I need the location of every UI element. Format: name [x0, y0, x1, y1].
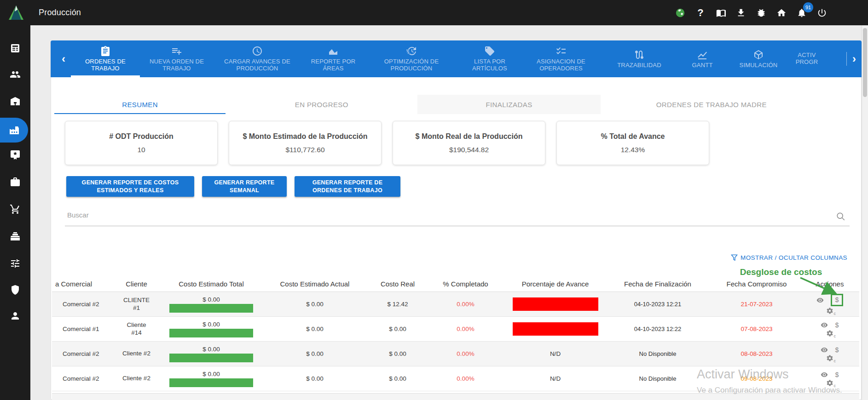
- clipboard-icon: [100, 46, 111, 57]
- estimated-cost-bar: [169, 329, 253, 337]
- tab-reporte-por-areas[interactable]: REPORTE POR ÁREAS: [301, 40, 365, 77]
- sliders-icon: [10, 258, 21, 269]
- cost-breakdown-button[interactable]: $: [835, 371, 839, 378]
- summary-cards: # ODT Producción 10 $ Monto Estimado de …: [65, 121, 709, 165]
- table-row[interactable]: Comercial #1 Cliente #14 $ 0.00 $ 0.00 $…: [52, 317, 859, 342]
- view-details-button[interactable]: [821, 321, 828, 329]
- list-add-icon: [171, 46, 182, 57]
- search-input[interactable]: [65, 204, 850, 226]
- power-icon[interactable]: [816, 7, 827, 18]
- tab-optimizacion-de-produccion[interactable]: OPTIMIZACIÓN DE PRODUCCIÓN: [365, 40, 457, 77]
- gear-icon: [826, 354, 833, 362]
- cost-breakdown-button[interactable]: $: [835, 296, 839, 303]
- sidebar: [0, 25, 30, 400]
- warehouse-icon: [10, 96, 21, 107]
- tab-finalizadas[interactable]: FINALIZADAS: [417, 95, 600, 114]
- route-icon: [634, 49, 645, 60]
- area-chart-icon: [328, 46, 339, 57]
- card-title: $ Monto Real de la Producción: [416, 132, 523, 141]
- globe-icon[interactable]: [675, 7, 686, 18]
- col-header-fecha-compromiso: Fecha Compromiso: [711, 280, 803, 288]
- table-row[interactable]: Comercial #2 CLIENTE #1 $ 0.00 $ 0.00 $ …: [52, 292, 859, 317]
- tab-actividades-programadas[interactable]: ACTIV PROGR: [791, 40, 823, 77]
- tab-ordenes-de-trabajo[interactable]: ORDENES DE TRABAJO: [71, 40, 140, 77]
- tab-ordenes-de-trabajo-madre[interactable]: ORDENES DE TRABAJO MADRE: [601, 95, 822, 114]
- sidebar-item-profile[interactable]: [0, 306, 30, 326]
- sidebar-item-settings[interactable]: [0, 253, 30, 274]
- generate-cost-report-button[interactable]: GENERAR REPORTE DE COSTOS ESTIMADOS Y RE…: [66, 176, 194, 197]
- help-icon[interactable]: ?: [695, 7, 706, 18]
- tab-en-progreso[interactable]: EN PROGRESO: [226, 95, 417, 114]
- manual-book-icon[interactable]: [715, 7, 726, 18]
- show-hide-columns-button[interactable]: MOSTRAR / OCULTAR COLUMNAS: [731, 254, 847, 261]
- notifications-icon[interactable]: 91: [796, 7, 807, 18]
- row-actions: $ c: [803, 371, 857, 387]
- tab-asignacion-de-operadores[interactable]: ASIGNACION DE OPERADORES: [522, 40, 600, 77]
- table-row[interactable]: Comercial #2 Cliente #2 $ 0.00 $ 0.00 $ …: [52, 342, 859, 366]
- col-header-porcentaje-avance: Porcentaje de Avance: [506, 280, 605, 288]
- tab-lista-por-articulos[interactable]: LISTA POR ARTÍCULOS: [457, 40, 522, 77]
- estimated-cost-bar: [169, 304, 253, 313]
- download-icon[interactable]: [735, 7, 746, 18]
- col-header-costo-estimado-actual: Costo Estimado Actual: [260, 280, 370, 288]
- topbar-icon-row: ? 91: [675, 0, 827, 25]
- tab-resumen[interactable]: RESUMEN: [54, 95, 226, 114]
- progress-bar: [513, 297, 598, 311]
- table-row[interactable]: Comercial #2 Cliente #2 $ 0.00 $ 0.00 $ …: [52, 366, 859, 391]
- process-settings-button[interactable]: c: [826, 330, 833, 337]
- sidebar-item-security[interactable]: [0, 280, 30, 300]
- sidebar-item-warehouse[interactable]: [0, 91, 30, 111]
- tabs-scroll-left-button[interactable]: ‹: [56, 53, 71, 64]
- cash-register-icon: [10, 231, 21, 242]
- search-bar: [65, 204, 850, 227]
- sidebar-item-certificates[interactable]: [0, 145, 30, 165]
- generate-work-orders-report-button[interactable]: GENERAR REPORTE DE ORDENES DE TRABAJO: [295, 176, 400, 197]
- tab-nueva-orden-de-trabajo[interactable]: NUEVA ORDEN DE TRABAJO: [140, 40, 214, 77]
- tab-simulacion[interactable]: SIMULACIÓN: [726, 40, 791, 77]
- col-header-cliente: Cliente: [110, 280, 163, 288]
- card-value: 12.43%: [621, 146, 645, 154]
- progress-bar: [513, 322, 598, 336]
- process-settings-button[interactable]: c: [826, 354, 833, 362]
- view-details-button[interactable]: [821, 346, 828, 354]
- sidebar-item-tools[interactable]: [0, 172, 30, 192]
- sidebar-item-sales[interactable]: [0, 226, 30, 246]
- col-header-acciones: Acciones: [803, 280, 857, 288]
- tag-icon: [484, 46, 495, 57]
- col-header-costo-estimado-total: Costo Estimado Total: [163, 280, 260, 288]
- sidebar-item-news[interactable]: [0, 38, 30, 58]
- view-details-button[interactable]: [816, 297, 824, 304]
- tab-cargar-avances-de-produccion[interactable]: CARGAR AVANCES DE PRODUCCIÓN: [214, 40, 301, 77]
- summary-card-monto-real: $ Monto Real de la Producción $190,544.8…: [393, 121, 545, 165]
- view-tab-bar: RESUMEN EN PROGRESO FINALIZADAS ORDENES …: [54, 95, 822, 114]
- sidebar-item-production[interactable]: [0, 118, 28, 143]
- line-chart-icon: [697, 49, 708, 60]
- gear-icon: [826, 330, 833, 337]
- search-icon[interactable]: [836, 211, 846, 222]
- view-details-button[interactable]: [821, 371, 828, 378]
- tab-trazabilidad[interactable]: TRAZABILIDAD: [600, 40, 678, 77]
- work-orders-table: a Comercial Cliente Costo Estimado Total…: [52, 276, 859, 400]
- eye-icon: [821, 371, 828, 378]
- person-icon: [10, 310, 21, 321]
- estimated-cost-bar: [169, 378, 253, 387]
- home-icon[interactable]: [776, 7, 787, 18]
- generate-weekly-report-button[interactable]: GENERAR REPORTE SEMANAL: [202, 176, 287, 197]
- cost-breakdown-button[interactable]: $: [835, 321, 839, 329]
- process-settings-button[interactable]: c: [826, 307, 833, 314]
- tabs-scroll-right-button[interactable]: ›: [847, 53, 862, 64]
- process-settings-button[interactable]: c: [826, 379, 833, 387]
- summary-card-odt: # ODT Producción 10: [65, 121, 218, 165]
- cost-breakdown-button[interactable]: $: [835, 346, 839, 354]
- clock-icon: [252, 46, 263, 57]
- bug-report-icon[interactable]: [756, 7, 767, 18]
- scrollbar-thumb[interactable]: [863, 28, 867, 97]
- card-value: $110,772.60: [285, 146, 324, 154]
- summary-card-avance: % Total de Avance 12.43%: [556, 121, 709, 165]
- vertical-scrollbar[interactable]: [862, 25, 868, 400]
- sidebar-item-users[interactable]: [0, 64, 30, 85]
- sidebar-item-purchases[interactable]: [0, 199, 30, 219]
- card-value: $190,544.82: [449, 146, 489, 154]
- filter-icon: [731, 254, 738, 261]
- tab-gantt[interactable]: GANTT: [678, 40, 726, 77]
